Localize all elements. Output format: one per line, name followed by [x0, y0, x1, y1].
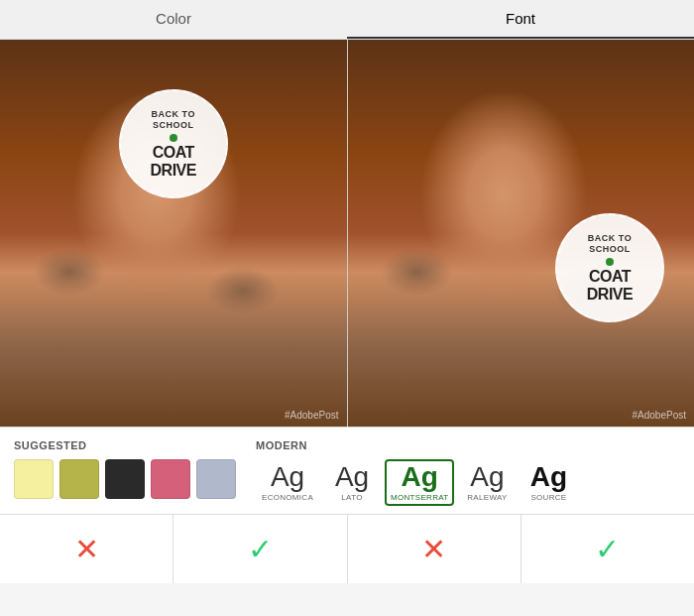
badge-left-line1: BACK TO	[152, 109, 195, 121]
action-cross-2[interactable]: ✕	[348, 515, 521, 583]
font-item-raleway[interactable]: AgRALEWAY	[458, 459, 516, 506]
font-item-lato[interactable]: AgLATO	[323, 459, 381, 506]
photo-left: BACK TO SCHOOL COAT DRIVE #AdobePost	[0, 40, 347, 427]
badge-right-line1: BACK TO	[588, 233, 632, 245]
cross-icon-1: ✕	[74, 532, 99, 566]
badge-dot-right	[606, 258, 614, 266]
tab-font[interactable]: Font	[347, 0, 694, 39]
badge-left-line3: COAT	[153, 144, 194, 162]
font-options: AgECONOMICAAgLATOAgMONTSERRATAgRALEWAYAg…	[256, 459, 680, 506]
badge-left-line2: SCHOOL	[153, 120, 194, 132]
badge-right-line2: SCHOOL	[589, 244, 631, 256]
header-tabs: Color Font	[0, 0, 694, 40]
image-panel-left: BACK TO SCHOOL COAT DRIVE #AdobePost	[0, 40, 347, 427]
watermark-right: #AdobePost	[633, 410, 687, 421]
check-icon-2: ✓	[595, 532, 620, 566]
badge-left: BACK TO SCHOOL COAT DRIVE	[119, 89, 228, 198]
color-swatch-yellow[interactable]	[14, 459, 54, 499]
badge-right-line4: DRIVE	[587, 286, 633, 304]
options-area: SUGGESTED MODERN AgECONOMICAAgLATOAgMONT…	[0, 427, 694, 514]
font-item-economica[interactable]: AgECONOMICA	[256, 459, 319, 506]
check-icon-1: ✓	[248, 532, 273, 566]
image-panel-right: BACK TO SCHOOL COAT DRIVE #AdobePost	[347, 40, 695, 427]
photo-right: BACK TO SCHOOL COAT DRIVE #AdobePost	[348, 40, 695, 427]
font-section-label: MODERN	[256, 439, 680, 451]
watermark-left: #AdobePost	[285, 410, 339, 421]
action-check-2[interactable]: ✓	[521, 515, 694, 583]
font-item-montserrat[interactable]: AgMONTSERRAT	[385, 459, 454, 506]
options-row: SUGGESTED MODERN AgECONOMICAAgLATOAgMONT…	[14, 439, 680, 506]
color-swatch-olive[interactable]	[59, 459, 99, 499]
badge-left-line4: DRIVE	[151, 162, 196, 180]
images-area: BACK TO SCHOOL COAT DRIVE #AdobePost BAC…	[0, 40, 694, 427]
action-cross-1[interactable]: ✕	[0, 515, 174, 583]
badge-right: BACK TO SCHOOL COAT DRIVE	[555, 213, 664, 322]
bottom-action-area: ✕ ✓ ✕ ✓	[0, 514, 694, 583]
tab-color[interactable]: Color	[0, 0, 347, 39]
color-section: SUGGESTED	[14, 439, 236, 499]
font-section: MODERN AgECONOMICAAgLATOAgMONTSERRATAgRA…	[256, 439, 680, 506]
font-item-source[interactable]: AgSOURCE	[520, 459, 577, 506]
action-check-1[interactable]: ✓	[174, 515, 347, 583]
badge-right-line3: COAT	[589, 268, 631, 286]
badge-dot-left	[170, 134, 177, 142]
color-swatch-lavender[interactable]	[196, 459, 236, 499]
color-swatches	[14, 459, 236, 499]
color-section-label: SUGGESTED	[14, 439, 236, 451]
cross-icon-2: ✕	[421, 532, 446, 566]
color-swatch-pink[interactable]	[151, 459, 190, 499]
color-swatch-dark[interactable]	[105, 459, 145, 499]
